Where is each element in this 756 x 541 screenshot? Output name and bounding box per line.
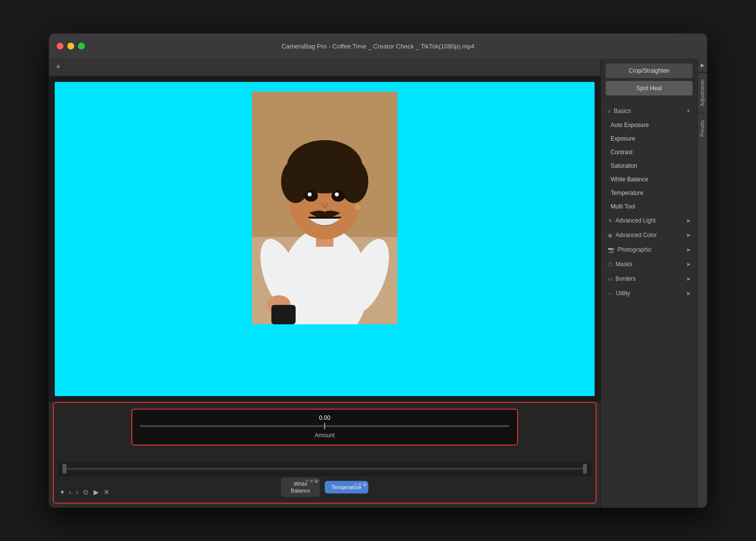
close-x-button[interactable]: ✕ [104, 488, 110, 496]
utility-header[interactable]: → Utility ▶ [601, 286, 697, 301]
chip-settings-icon-2[interactable]: ⚙ [358, 482, 362, 487]
right-panel: Crop/Straighten Spot Heal ≡ Basics ▼ Aut… [600, 59, 697, 508]
traffic-lights [57, 43, 85, 49]
advanced-color-icon: ◉ [608, 232, 613, 239]
borders-label: Borders [615, 275, 636, 282]
svg-point-16 [355, 204, 361, 210]
photographic-label: Photographic [617, 246, 652, 253]
basics-items: Auto Exposure Exposure Contrast Saturati… [601, 118, 697, 213]
svg-point-8 [304, 190, 318, 202]
utility-label: Utility [616, 290, 630, 297]
chip-close-icon[interactable]: ✕ [305, 479, 309, 483]
auto-exposure-item[interactable]: Auto Exposure [601, 118, 697, 132]
timeline-area [58, 461, 592, 476]
contrast-item[interactable]: Contrast [601, 145, 697, 159]
temperature-chip[interactable]: ✕ ⚙ ⏻ Temperature [325, 481, 368, 493]
utility-arrow: ▶ [687, 291, 691, 296]
spot-heal-button[interactable]: Spot Heal [606, 81, 693, 95]
presets-tab[interactable]: Presets [698, 113, 707, 143]
slider-thumb[interactable] [324, 423, 325, 430]
white-balance-adj-item[interactable]: White Balance [601, 173, 697, 186]
advanced-light-icon: ☀ [608, 218, 613, 224]
photographic-header[interactable]: 📷 Photographic ▶ [601, 242, 697, 257]
expand-arrow[interactable]: ▶ [698, 59, 707, 72]
chip-power-icon-2[interactable]: ⏻ [362, 482, 366, 487]
minimize-button[interactable] [67, 43, 74, 49]
borders-icon: ▭ [608, 276, 613, 282]
slider-track[interactable] [140, 425, 509, 427]
saturation-item[interactable]: Saturation [601, 159, 697, 173]
bottom-panel: 0.00 Amount [53, 402, 597, 504]
edge-tabs: Adjustments Presets ▶ [697, 59, 707, 508]
basics-icon: ≡ [608, 108, 611, 114]
temperature-adj-item[interactable]: Temperature [601, 186, 697, 200]
basics-label: Basics [614, 108, 630, 114]
slider-value: 0.00 [140, 414, 509, 421]
left-area: + [49, 59, 600, 508]
advanced-light-label: Advanced Light [615, 217, 656, 224]
adjustments-list[interactable]: ≡ Basics ▼ Auto Exposure Exposure Contra… [601, 101, 697, 508]
masks-arrow: ▶ [687, 262, 691, 267]
basics-section-header[interactable]: ≡ Basics ▼ [601, 104, 697, 118]
svg-rect-15 [271, 305, 296, 324]
chip-close-icon-2[interactable]: ✕ [354, 482, 357, 487]
toolbar: + [49, 59, 600, 76]
svg-point-11 [335, 192, 339, 196]
chip-power-icon[interactable]: ⏻ [314, 479, 318, 483]
play-button[interactable]: ▶ [94, 488, 99, 496]
borders-arrow: ▶ [687, 276, 691, 281]
chip-settings-icon[interactable]: ⚙ [310, 479, 313, 483]
app-window: CameraBag Pro - Coffee Time _ Creator Ch… [48, 33, 708, 508]
borders-header[interactable]: ▭ Borders ▶ [601, 271, 697, 286]
add-button[interactable]: + [56, 62, 61, 72]
timeline-bar[interactable] [63, 468, 587, 470]
subject-photo [252, 92, 397, 324]
slider-section: 0.00 Amount [131, 409, 518, 446]
crop-straighten-button[interactable]: Crop/Straighten [606, 64, 693, 78]
exposure-item[interactable]: Exposure [601, 132, 697, 145]
image-viewport [55, 82, 595, 396]
menu-button[interactable]: ▾ [61, 488, 64, 496]
slider-label: Amount [140, 432, 509, 439]
titlebar: CameraBag Pro - Coffee Time _ Creator Ch… [49, 33, 707, 59]
advanced-light-arrow: ▶ [687, 218, 691, 223]
timeline-handle-right[interactable] [583, 464, 587, 474]
back-button[interactable]: ‹ [69, 488, 71, 496]
main-content: + [49, 59, 707, 508]
timeline-handle-left[interactable] [63, 464, 66, 474]
photographic-icon: 📷 [608, 247, 614, 253]
advanced-color-arrow: ▶ [687, 233, 691, 238]
advanced-color-label: Advanced Color [615, 232, 657, 239]
masks-icon: ⬡ [608, 261, 613, 268]
masks-label: Masks [615, 261, 632, 268]
masks-header[interactable]: ⬡ Masks ▶ [601, 257, 697, 271]
reset-button[interactable]: ⊙ [83, 488, 89, 496]
maximize-button[interactable] [78, 43, 85, 49]
svg-point-9 [331, 190, 345, 202]
svg-point-10 [308, 192, 312, 196]
advanced-color-header[interactable]: ◉ Advanced Color ▶ [601, 228, 697, 242]
canvas-area [49, 76, 600, 402]
filter-chips: ✕ ⚙ ⏻ White Balance ✕ ⚙ ⏻ Temperat [54, 476, 596, 499]
multi-tool-item[interactable]: Multi Tool [601, 200, 697, 213]
window-title: CameraBag Pro - Coffee Time _ Creator Ch… [282, 43, 474, 50]
utility-icon: → [608, 290, 613, 296]
close-button[interactable] [57, 43, 63, 49]
basics-arrow: ▼ [686, 109, 691, 113]
advanced-light-header[interactable]: ☀ Advanced Light ▶ [601, 213, 697, 228]
photographic-arrow: ▶ [687, 247, 691, 252]
white-balance-chip[interactable]: ✕ ⚙ ⏻ White Balance [281, 477, 320, 497]
playback-controls: ▾ ‹ › ⊙ ▶ ✕ [61, 488, 110, 496]
forward-button[interactable]: › [76, 488, 79, 496]
adjustments-tab[interactable]: Adjustments [698, 72, 707, 113]
right-panel-tools: Crop/Straighten Spot Heal [601, 59, 697, 101]
